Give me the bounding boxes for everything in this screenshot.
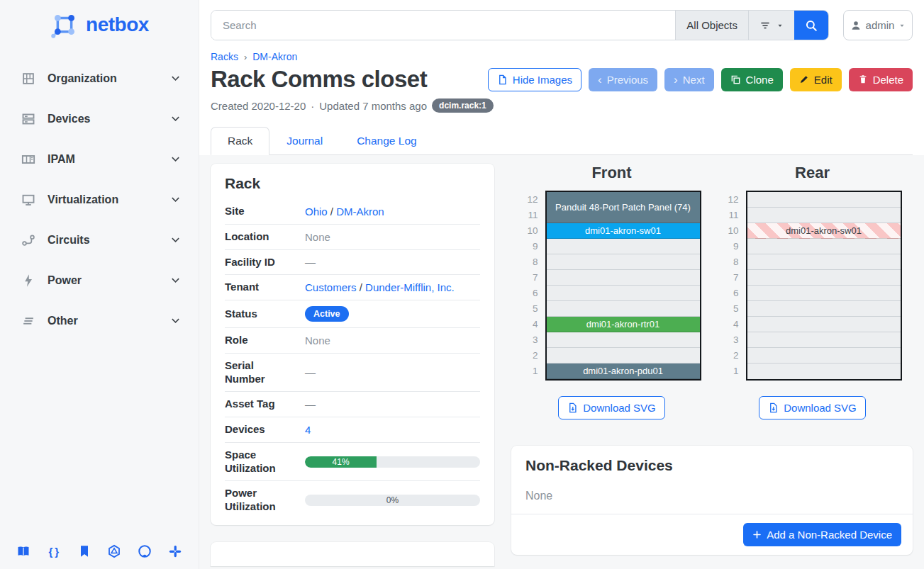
next-button[interactable]: › Next [664,68,714,91]
unit-label: 6 [523,286,538,301]
attr-label: Power Utilization [225,487,292,514]
rear-empty-slot-u11[interactable] [747,208,901,223]
sidebar-item-circuits[interactable]: Circuits [0,227,199,254]
utilization-value: 0% [386,495,399,505]
attr-value: 41% [292,456,480,468]
hide-images-button[interactable]: Hide Images [488,68,581,91]
front-download-svg-button[interactable]: Download SVG [558,396,665,419]
front-empty-slot-u6[interactable] [547,286,700,301]
front-empty-slot-u3[interactable] [547,332,700,348]
sidebar-item-organization[interactable]: Organization [0,65,199,92]
previous-button[interactable]: ‹ Previous [589,68,657,91]
plus-icon [752,530,762,539]
file-download-icon [768,402,779,413]
sidebar-item-virtualization[interactable]: Virtualization [0,186,199,213]
value-none: None [305,334,330,347]
rack-attr-row: Space Utilization41% [225,443,480,482]
rear-empty-slot-u5[interactable] [747,301,901,317]
front-device-dmi01-akron-rtr01[interactable]: dmi01-akron-rtr01 [547,317,700,332]
rear-empty-slot-u6[interactable] [747,286,901,301]
tab-journal[interactable]: Journal [269,127,340,155]
tab-change-log[interactable]: Change Log [340,127,433,155]
attr-label: Tenant [225,281,292,294]
netbox-logo-icon [50,10,79,40]
front-empty-slot-u9[interactable] [547,239,700,254]
copy-icon [730,74,741,85]
rear-empty-slot-u3[interactable] [747,332,901,348]
unit-label: 7 [523,270,538,286]
utilization-value: 41% [333,457,350,467]
rear-download-svg-button[interactable]: Download SVG [759,396,866,419]
rear-empty-slot-u9[interactable] [747,239,901,254]
rack-attr-row: StatusActive [225,300,480,328]
front-device-dmi01-akron-pdu01[interactable]: dmi01-akron-pdu01 [547,364,700,379]
non-racked-devices-panel: Non-Racked Devices None Add a Non-Racked… [511,446,913,555]
top-zone: All Objects admin Racks › DM-Akron [199,0,924,155]
sidebar-item-power[interactable]: Power [0,267,199,294]
rear-empty-slot-u12[interactable] [747,192,901,208]
sidebar-item-devices[interactable]: Devices [0,106,199,133]
front-empty-slot-u5[interactable] [547,301,700,317]
unit-label: 5 [723,301,739,317]
utilization-bar: 41% [305,456,480,468]
rear-empty-slot-u4[interactable] [747,317,901,332]
graphql-icon[interactable] [106,543,122,559]
front-empty-slot-u7[interactable] [547,270,700,286]
value-link[interactable]: Dunder-Mifflin, Inc. [365,281,455,293]
chevron-down-icon [170,275,182,286]
rack-attr-row: Devices4 [225,417,480,443]
tab-rack[interactable]: Rack [211,127,269,155]
unit-label: 6 [723,286,739,301]
object-meta: Created 2020-12-20 · Updated 7 months ag… [211,98,913,113]
edit-button[interactable]: Edit [790,68,842,91]
rear-empty-slot-u8[interactable] [747,254,901,270]
search-scope-button[interactable]: All Objects [675,11,748,40]
search-input[interactable] [211,11,675,40]
value-link[interactable]: Ohio [305,205,328,218]
object-id-badge: dcim.rack:1 [432,98,494,113]
rear-empty-slot-u7[interactable] [747,270,901,286]
breadcrumb-racks-link[interactable]: Racks [211,51,238,62]
unit-label: 12 [523,192,538,208]
rack-attr-row: Facility ID— [225,250,480,276]
front-elevation: 121110987654321Panduit 48-Port Patch Pan… [523,191,701,381]
front-device-panduit-48-port-patch-panel-74-[interactable]: Panduit 48-Port Patch Panel (74) [547,192,700,223]
add-non-racked-device-button[interactable]: Add a Non-Racked Device [743,523,901,546]
sidebar-item-other[interactable]: Other [0,308,199,334]
rear-empty-slot-u2[interactable] [747,348,901,364]
left-column: Rack SiteOhio / DM-AkronLocationNoneFaci… [211,164,494,569]
main-content: All Objects admin Racks › DM-Akron [199,0,924,569]
meta-separator: · [311,100,314,112]
front-device-dmi01-akron-sw01[interactable]: dmi01-akron-sw01 [547,223,700,239]
sidebar-item-ipam[interactable]: IPAM [0,146,199,173]
attr-value: — [292,398,480,410]
breadcrumb: Racks › DM-Akron [211,51,913,62]
attr-value: Customers / Dunder-Mifflin, Inc. [292,281,480,293]
rear-empty-slot-u1[interactable] [747,364,901,379]
clone-button[interactable]: Clone [721,68,783,91]
breadcrumb-site-link[interactable]: DM-Akron [252,51,297,62]
delete-button[interactable]: Delete [849,68,913,91]
ipam-icon [21,152,35,167]
attr-label: Serial Number [225,359,292,386]
value-link[interactable]: Customers [305,281,357,293]
unit-label: 2 [723,348,739,364]
api-braces-icon[interactable]: { } [46,543,62,559]
sidebar-item-label: Other [48,315,170,327]
rear-device-dmi01-akron-sw01[interactable]: dmi01-akron-sw01 [747,223,901,239]
device-count-link[interactable]: 4 [305,424,311,436]
search-submit-button[interactable] [794,11,828,40]
bookmark-icon[interactable] [77,543,92,559]
front-empty-slot-u8[interactable] [547,254,700,270]
attr-label: Site [225,205,292,218]
docs-book-icon[interactable] [16,543,31,559]
action-buttons: Hide Images ‹ Previous › Next Clone Edit [488,68,913,91]
github-icon[interactable] [137,543,152,559]
search-filter-button[interactable] [748,11,794,40]
value-link[interactable]: DM-Akron [336,205,384,218]
virtualization-icon [21,193,35,207]
slack-icon[interactable] [167,543,183,559]
front-empty-slot-u2[interactable] [547,348,700,364]
user-menu-button[interactable]: admin [843,10,913,40]
netbox-logo[interactable]: netbox [0,0,199,57]
